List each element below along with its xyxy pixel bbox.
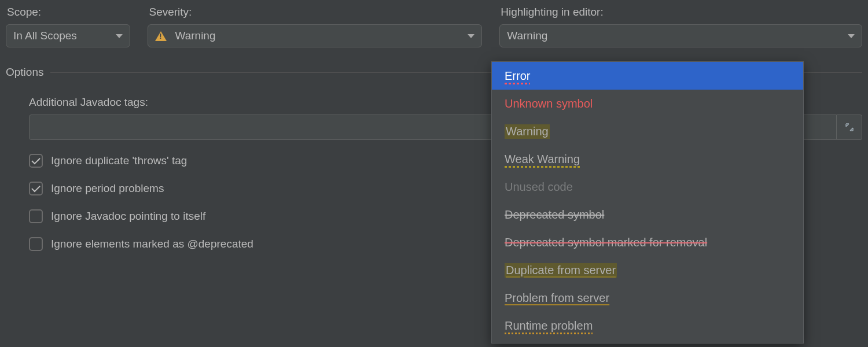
expand-button[interactable] [837, 115, 862, 140]
highlighting-value: Warning [507, 29, 547, 42]
highlighting-option-label: Runtime problem [505, 319, 593, 333]
chevron-down-icon [116, 34, 123, 38]
highlighting-option-label: Weak Warning [505, 153, 580, 166]
scope-label: Scope: [7, 6, 130, 19]
severity-label: Severity: [149, 6, 482, 19]
checkbox[interactable] [29, 237, 43, 251]
highlighting-option-label: Duplicate from server [505, 263, 617, 278]
highlighting-option[interactable]: Deprecated symbol marked for removal [492, 228, 803, 256]
checkbox-label: Ignore Javadoc pointing to itself [51, 210, 205, 223]
severity-value: Warning [175, 29, 215, 42]
highlighting-option[interactable]: Problem from server [492, 284, 803, 312]
expand-icon [845, 123, 854, 132]
highlighting-option[interactable]: Error [492, 62, 803, 90]
checkbox[interactable] [29, 209, 43, 223]
highlighting-option-label: Unused code [505, 180, 573, 194]
checkbox[interactable] [29, 182, 43, 195]
highlighting-option-label: Warning [505, 124, 550, 139]
highlighting-option[interactable]: Runtime problem [492, 312, 803, 339]
chevron-down-icon [848, 34, 855, 38]
chevron-down-icon [468, 34, 475, 38]
highlighting-dropdown: ErrorUnknown symbolWarningWeak WarningUn… [491, 61, 804, 344]
highlighting-option[interactable]: Weak Warning [492, 145, 803, 173]
highlighting-option[interactable]: Warning [492, 117, 803, 145]
highlighting-option[interactable]: Unused code [492, 173, 803, 201]
highlighting-option-label: Unknown symbol [505, 97, 593, 110]
checkbox[interactable] [29, 154, 43, 168]
checkbox-label: Ignore elements marked as @deprecated [51, 238, 253, 250]
highlighting-option-label: Deprecated symbol marked for removal [505, 236, 707, 249]
highlighting-option-label: Error [505, 69, 530, 83]
highlighting-option[interactable]: Duplicate from server [492, 256, 803, 284]
scope-combo[interactable]: In All Scopes [6, 24, 130, 47]
highlighting-option-label: Problem from server [505, 291, 609, 305]
severity-combo[interactable]: Warning [148, 24, 482, 47]
highlighting-combo[interactable]: Warning [499, 24, 862, 47]
warning-icon [155, 31, 167, 41]
highlighting-option[interactable]: Deprecated symbol [492, 201, 803, 228]
options-title: Options [6, 66, 43, 79]
highlighting-label: Highlighting in editor: [501, 6, 862, 19]
checkbox-label: Ignore duplicate 'throws' tag [51, 154, 187, 167]
highlighting-option-label: Deprecated symbol [505, 208, 604, 222]
highlighting-option[interactable]: Unknown symbol [492, 90, 803, 117]
checkbox-label: Ignore period problems [51, 182, 164, 195]
scope-value: In All Scopes [13, 29, 77, 42]
